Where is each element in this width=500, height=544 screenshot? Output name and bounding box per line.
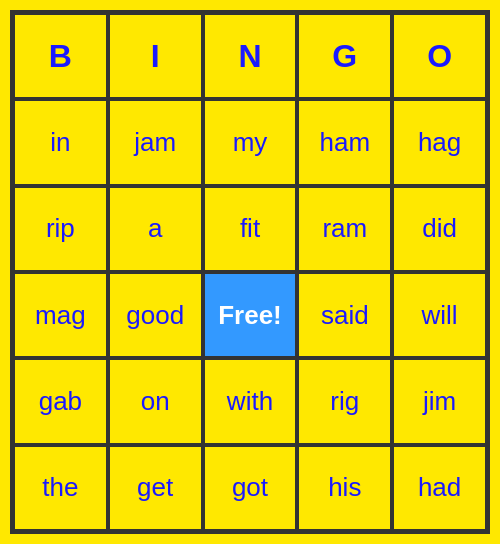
cell-2-3[interactable]: fit <box>203 186 298 272</box>
row-5: the get got his had <box>13 445 487 531</box>
row-1: in jam my ham hag <box>13 99 487 185</box>
cell-5-2[interactable]: get <box>108 445 203 531</box>
header-row: B I N G O <box>13 13 487 99</box>
cell-3-4[interactable]: said <box>297 272 392 358</box>
cell-4-2[interactable]: on <box>108 358 203 444</box>
header-O: O <box>392 13 487 99</box>
cell-3-2[interactable]: good <box>108 272 203 358</box>
free-cell[interactable]: Free! <box>203 272 298 358</box>
cell-1-5[interactable]: hag <box>392 99 487 185</box>
cell-2-1[interactable]: rip <box>13 186 108 272</box>
bingo-card: B I N G O in jam my ham hag rip a fit ra… <box>10 10 490 534</box>
cell-5-5[interactable]: had <box>392 445 487 531</box>
cell-2-4[interactable]: ram <box>297 186 392 272</box>
cell-1-2[interactable]: jam <box>108 99 203 185</box>
cell-2-2[interactable]: a <box>108 186 203 272</box>
header-I: I <box>108 13 203 99</box>
header-N: N <box>203 13 298 99</box>
cell-5-1[interactable]: the <box>13 445 108 531</box>
cell-2-5[interactable]: did <box>392 186 487 272</box>
cell-3-5[interactable]: will <box>392 272 487 358</box>
cell-4-3[interactable]: with <box>203 358 298 444</box>
row-3: mag good Free! said will <box>13 272 487 358</box>
cell-4-5[interactable]: jim <box>392 358 487 444</box>
cell-4-1[interactable]: gab <box>13 358 108 444</box>
row-2: rip a fit ram did <box>13 186 487 272</box>
header-G: G <box>297 13 392 99</box>
cell-1-3[interactable]: my <box>203 99 298 185</box>
cell-1-1[interactable]: in <box>13 99 108 185</box>
cell-4-4[interactable]: rig <box>297 358 392 444</box>
cell-3-1[interactable]: mag <box>13 272 108 358</box>
header-B: B <box>13 13 108 99</box>
cell-5-4[interactable]: his <box>297 445 392 531</box>
row-4: gab on with rig jim <box>13 358 487 444</box>
cell-1-4[interactable]: ham <box>297 99 392 185</box>
cell-5-3[interactable]: got <box>203 445 298 531</box>
